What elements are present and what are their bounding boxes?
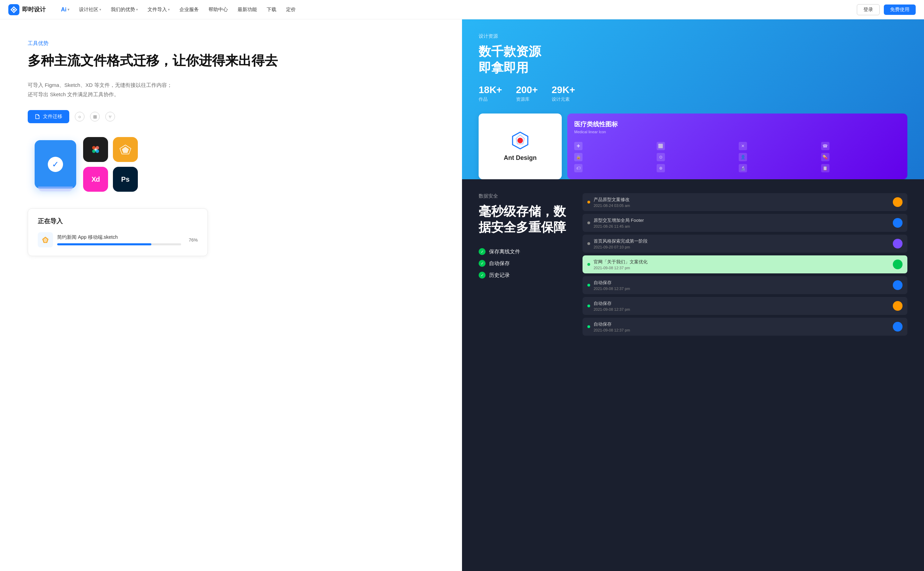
svg-point-3	[92, 146, 96, 150]
version-time: 2021-08-26 11:45 am	[594, 224, 889, 228]
version-dot	[587, 201, 590, 204]
nav-advantages-label: 我们的优势	[111, 6, 135, 13]
nav-import-label: 文件导入	[147, 6, 167, 13]
nav-item-help[interactable]: 帮助中心	[204, 5, 232, 15]
stat-elements-num: 29K+	[552, 85, 575, 96]
version-avatar	[893, 239, 902, 248]
import-file-icon	[38, 232, 53, 247]
version-avatar	[893, 301, 902, 311]
version-item: 自动保存 2021-09-08 12:37 pm	[582, 297, 907, 315]
icon-cell-6: ⊙	[657, 153, 665, 161]
ps-icon: Ps	[113, 167, 138, 192]
import-title: 正在导入	[38, 217, 198, 225]
version-time: 2021-09-08 12:37 pm	[594, 266, 889, 270]
nav-download-label: 下载	[267, 6, 276, 13]
version-name: 自动保存	[594, 279, 889, 286]
feature-history-label: 历史记录	[489, 272, 510, 279]
security-label: 数据安全	[478, 193, 569, 199]
version-name: 自动保存	[594, 321, 889, 327]
import-percent: 76%	[185, 238, 198, 242]
feature-history: ✓ 历史记录	[478, 272, 569, 279]
nav-item-advantages[interactable]: 我们的优势 ▾	[107, 5, 142, 15]
security-features: ✓ 保存离线文件 ✓ 自动保存 ✓ 历史记录	[478, 248, 569, 279]
version-avatar	[893, 280, 902, 290]
logo[interactable]: 即时设计	[8, 4, 46, 15]
stat-works-label: 作品	[478, 96, 502, 102]
version-info: 自动保存 2021-09-08 12:37 pm	[594, 321, 889, 332]
version-item: 官网「关于我们」文案优化 2021-09-08 12:37 pm	[582, 255, 907, 273]
medical-card-title: 医疗类线性图标	[574, 120, 901, 128]
version-time: 2021-09-08 12:37 pm	[594, 287, 889, 291]
version-time: 2021-09-08 12:37 pm	[594, 328, 889, 332]
nav-item-enterprise[interactable]: 企业服务	[175, 5, 203, 15]
import-file-name: 简约新闻 App 移动端.sketch	[57, 234, 181, 241]
check-icon-3: ✓	[478, 272, 486, 279]
feature-offline: ✓ 保存离线文件	[478, 248, 569, 255]
migrate-button[interactable]: 文件迁移	[28, 110, 69, 123]
ant-design-card[interactable]: Ant Design	[478, 114, 562, 179]
icon-cell-1: ✚	[574, 142, 582, 150]
xd-icon: Xd	[83, 167, 108, 192]
version-item: 原型交互增加全局 Footer 2021-08-26 11:45 am	[582, 214, 907, 232]
hero-desc: 可导入 Figma、Sketch、XD 等文件，无缝衔接以往工作内容；还可导出 …	[28, 80, 173, 99]
version-dot	[587, 304, 590, 307]
sketch-diamond-icon	[42, 236, 49, 244]
security-left: 数据安全 毫秒级存储，数据安全多重保障 ✓ 保存离线文件 ✓ 自动保存 ✓ 历史…	[478, 193, 569, 557]
navbar-actions: 登录 免费使用	[857, 4, 916, 15]
stat-resources-num: 200+	[516, 85, 538, 96]
hero-title: 多种主流文件格式迁移，让你进得来出得去	[28, 52, 441, 69]
file-icons-area: ✓	[28, 137, 441, 192]
svg-point-6	[96, 150, 99, 153]
nav-items: Ai ▾ 设计社区 ▾ 我们的优势 ▾ 文件导入 ▾ 企业服务 帮助中心 最新功…	[57, 5, 857, 15]
ant-design-label: Ant Design	[503, 154, 537, 162]
icon-cell-12: 📋	[821, 164, 830, 172]
icon-cell-3: ✕	[739, 142, 747, 150]
nav-item-ai[interactable]: Ai ▾	[57, 5, 73, 15]
icon-cell-8: 💊	[821, 153, 830, 161]
nav-item-import[interactable]: 文件导入 ▾	[143, 5, 174, 15]
check-icon-1: ✓	[478, 248, 486, 255]
version-item: 产品原型文案修改 2021-08-24 03:05 am	[582, 193, 907, 211]
file-check-icon: ✓	[48, 157, 63, 172]
version-dot	[587, 284, 590, 287]
nav-new-label: 最新功能	[238, 6, 257, 13]
version-time: 2021-08-24 03:05 am	[594, 204, 889, 208]
figma-icon	[83, 137, 108, 162]
circle-icon[interactable]: ○	[75, 112, 85, 122]
version-dot	[587, 263, 590, 266]
feature-autosave: ✓ 自动保存	[478, 260, 569, 267]
stat-resources-label: 资源库	[516, 96, 538, 102]
check-icon-2: ✓	[478, 260, 486, 267]
svg-point-1	[13, 9, 15, 11]
import-file-row: 简约新闻 App 移动端.sketch 76%	[38, 232, 198, 247]
navbar: 即时设计 Ai ▾ 设计社区 ▾ 我们的优势 ▾ 文件导入 ▾ 企业服务 帮助中…	[0, 0, 924, 19]
logo-text: 即时设计	[22, 6, 46, 14]
svg-point-5	[92, 150, 96, 153]
nav-item-community[interactable]: 设计社区 ▾	[75, 5, 105, 15]
grid-icon[interactable]: ⊞	[90, 112, 100, 122]
stat-works-num: 18K+	[478, 85, 502, 96]
version-avatar	[893, 197, 902, 207]
login-button[interactable]: 登录	[857, 4, 880, 15]
nav-item-new[interactable]: 最新功能	[234, 5, 261, 15]
branch-icon[interactable]: ⑂	[105, 112, 115, 122]
version-dot	[587, 221, 590, 224]
version-item: 自动保存 2021-09-08 12:37 pm	[582, 318, 907, 336]
version-info: 官网「关于我们」文案优化 2021-09-08 12:37 pm	[594, 259, 889, 270]
free-button[interactable]: 免费使用	[884, 5, 916, 15]
nav-item-pricing[interactable]: 定价	[282, 5, 300, 15]
left-panel: 工具优势 多种主流文件格式迁移，让你进得来出得去 可导入 Figma、Sketc…	[0, 19, 462, 571]
medical-card-sub: Medical linear Icon	[574, 130, 901, 134]
stat-resources: 200+ 资源库	[516, 85, 538, 102]
stat-elements: 29K+ 设计元素	[552, 85, 575, 102]
nav-item-download[interactable]: 下载	[263, 5, 280, 15]
security-title: 毫秒级存储，数据安全多重保障	[478, 204, 569, 236]
icon-cell-10: ⊕	[657, 164, 665, 172]
resource-cards-row: Ant Design 医疗类线性图标 Medical linear Icon ✚…	[478, 114, 907, 179]
medical-icon-card[interactable]: 医疗类线性图标 Medical linear Icon ✚ ⬜ ✕ ☎ 🔒 ⊙ …	[567, 114, 907, 179]
version-time: 2021-09-20 07:10 pm	[594, 245, 889, 249]
import-file-info: 简约新闻 App 移动端.sketch	[57, 234, 181, 245]
data-security-card: 数据安全 毫秒级存储，数据安全多重保障 ✓ 保存离线文件 ✓ 自动保存 ✓ 历史…	[462, 179, 924, 571]
svg-point-4	[96, 146, 99, 150]
version-avatar	[893, 218, 902, 228]
